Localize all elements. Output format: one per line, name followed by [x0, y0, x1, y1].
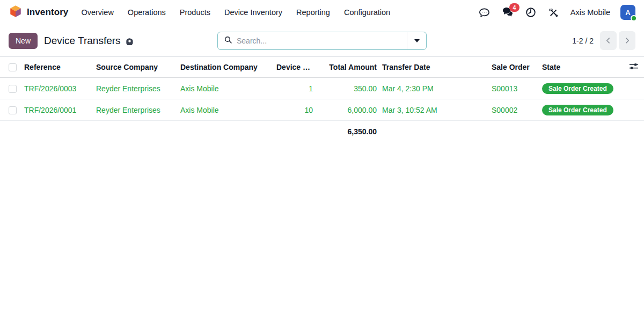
- cell-reference: TRF/2026/0003: [21, 78, 93, 99]
- table-row[interactable]: TRF/2026/0001 Reyder Enterprises Axis Mo…: [0, 99, 644, 121]
- cell-device-count: 10: [274, 99, 316, 121]
- pager-next-button[interactable]: [619, 31, 635, 50]
- total-row: 6,350.00: [0, 121, 644, 142]
- select-all-checkbox[interactable]: [9, 63, 17, 71]
- column-header-destination-company[interactable]: Destination Company: [178, 57, 274, 78]
- messages-icon[interactable]: 4: [501, 6, 514, 19]
- new-button[interactable]: New: [9, 33, 38, 49]
- cell-source-company: Reyder Enterprises: [93, 99, 178, 121]
- cell-reference: TRF/2026/0001: [21, 99, 93, 121]
- search-dropdown-toggle[interactable]: [407, 32, 426, 49]
- table-header-row: ReferenceSource CompanyDestination Compa…: [0, 57, 644, 78]
- search-input[interactable]: [237, 37, 401, 45]
- column-header-device-count[interactable]: Device Count: [274, 57, 316, 78]
- avatar-initial: A: [625, 9, 630, 17]
- activity-clock-icon[interactable]: [524, 6, 537, 19]
- total-amount-sum: 6,350.00: [316, 121, 379, 142]
- cell-transfer-date: Mar 4, 2:30 PM: [379, 78, 489, 99]
- menu-device-inventory[interactable]: Device Inventory: [224, 8, 282, 17]
- control-panel: New Device Transfers 1-2 / 2: [0, 25, 644, 56]
- cell-sale-order: S00013: [489, 78, 539, 99]
- pager-previous-button[interactable]: [600, 31, 617, 50]
- menu-configuration[interactable]: Configuration: [344, 8, 390, 17]
- user-avatar[interactable]: A: [620, 5, 635, 20]
- column-header-sale-order[interactable]: Sale Order: [489, 57, 539, 78]
- column-header-state[interactable]: State: [539, 57, 628, 78]
- top-navbar: Inventory OverviewOperationsProductsDevi…: [0, 0, 644, 25]
- gear-icon[interactable]: [126, 37, 134, 45]
- page-title: Device Transfers: [44, 35, 121, 47]
- discuss-icon[interactable]: [478, 6, 491, 19]
- cell-device-count: 1: [274, 78, 316, 99]
- main-menu-bar: OverviewOperationsProductsDevice Invento…: [81, 8, 390, 17]
- table-row[interactable]: TRF/2026/0003 Reyder Enterprises Axis Mo…: [0, 78, 644, 99]
- cell-sale-order: S00002: [489, 99, 539, 121]
- cell-transfer-date: Mar 3, 10:52 AM: [379, 99, 489, 121]
- caret-down-icon: [414, 39, 420, 42]
- message-count-badge: 4: [509, 3, 519, 12]
- pager-range: 1-2 / 2: [572, 37, 594, 45]
- menu-reporting[interactable]: Reporting: [296, 8, 330, 17]
- online-status-dot: [631, 15, 637, 21]
- tools-icon[interactable]: [547, 6, 560, 19]
- column-header-reference[interactable]: Reference: [21, 57, 93, 78]
- menu-operations[interactable]: Operations: [128, 8, 166, 17]
- app-name: Inventory: [27, 7, 68, 18]
- state-badge: Sale Order Created: [542, 83, 613, 94]
- cell-total-amount: 350.00: [316, 78, 379, 99]
- column-header-transfer-date[interactable]: Transfer Date: [379, 57, 489, 78]
- app-switcher[interactable]: Inventory: [9, 4, 68, 20]
- row-checkbox[interactable]: [9, 106, 17, 114]
- cell-destination-company: Axis Mobile: [178, 99, 274, 121]
- search-icon: [224, 35, 232, 46]
- state-badge: Sale Order Created: [542, 105, 613, 115]
- optional-columns-icon[interactable]: [628, 57, 644, 78]
- row-checkbox[interactable]: [9, 85, 17, 93]
- inventory-app-icon: [9, 4, 23, 20]
- cell-destination-company: Axis Mobile: [178, 78, 274, 99]
- menu-products[interactable]: Products: [180, 8, 210, 17]
- search-bar: [217, 32, 427, 50]
- company-switcher[interactable]: Axis Mobile: [570, 8, 610, 17]
- menu-overview[interactable]: Overview: [81, 8, 113, 17]
- column-header-source-company[interactable]: Source Company: [93, 57, 178, 78]
- column-header-total-amount[interactable]: Total Amount: [316, 57, 379, 78]
- device-transfers-table: ReferenceSource CompanyDestination Compa…: [0, 56, 644, 142]
- cell-source-company: Reyder Enterprises: [93, 78, 178, 99]
- cell-total-amount: 6,000.00: [316, 99, 379, 121]
